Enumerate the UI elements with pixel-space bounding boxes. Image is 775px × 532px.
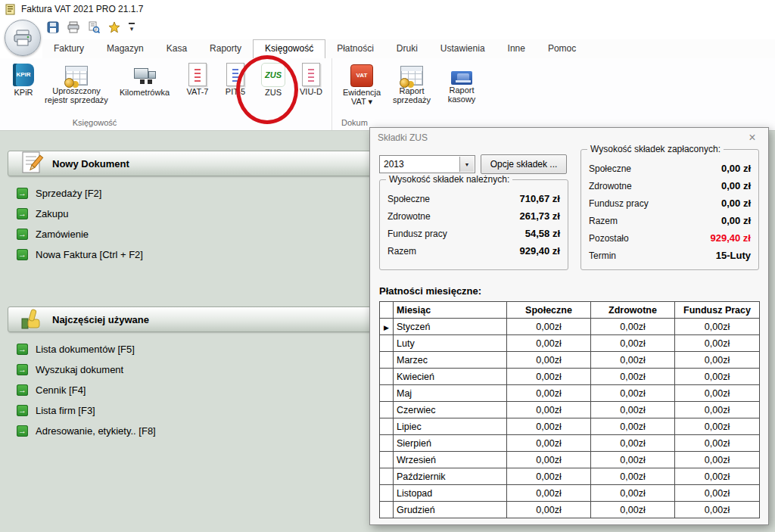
print-preview-icon[interactable] [88, 21, 100, 33]
print-icon[interactable] [67, 21, 79, 33]
ribbon-button[interactable]: VIU-D [292, 61, 330, 98]
table-row[interactable]: Sierpień 0,00zł 0,00zł 0,00zł [380, 435, 760, 452]
cell-spoleczne[interactable]: 0,00zł [507, 352, 591, 369]
row-selector[interactable] [380, 369, 394, 385]
column-header-zdrowotne[interactable]: Zdrowotne [591, 302, 675, 319]
cell-spoleczne[interactable]: 0,00zł [507, 369, 591, 385]
cell-zdrowotne[interactable]: 0,00zł [591, 435, 675, 452]
cell-month[interactable]: Listopad [394, 485, 507, 502]
cell-fundusz[interactable]: 0,00zł [675, 335, 760, 352]
row-selector[interactable] [380, 319, 394, 335]
ribbon-button[interactable]: ZUS ZUS [254, 61, 292, 98]
ribbon-tab[interactable]: Pomoc [537, 39, 587, 58]
ribbon-tab[interactable]: Faktury [42, 39, 95, 58]
save-icon[interactable] [47, 21, 59, 33]
cell-zdrowotne[interactable]: 0,00zł [591, 452, 675, 468]
ribbon-button[interactable]: Uproszczony rejestr sprzedaży [42, 61, 110, 106]
table-row[interactable]: Styczeń 0,00zł 0,00zł 0,00zł [380, 319, 760, 335]
cell-month[interactable]: Grudzień [394, 502, 507, 518]
cell-month[interactable]: Marzec [394, 352, 507, 369]
ribbon-button[interactable]: VAT Ewidencja VAT ▾ [337, 61, 387, 107]
ribbon-button[interactable]: Raport kasowy [437, 61, 487, 105]
row-selector[interactable] [380, 485, 394, 502]
ribbon-tab[interactable]: Raporty [198, 39, 253, 58]
cell-spoleczne[interactable]: 0,00zł [507, 502, 591, 518]
application-menu-button[interactable] [5, 20, 41, 56]
ribbon-button[interactable]: Kilometrówka [110, 61, 179, 98]
cell-month[interactable]: Czerwiec [394, 402, 507, 418]
column-header-month[interactable]: Miesiąc [394, 302, 507, 319]
ribbon-tab[interactable]: Płatności [325, 39, 385, 58]
cell-spoleczne[interactable]: 0,00zł [507, 335, 591, 352]
cell-spoleczne[interactable]: 0,00zł [507, 402, 591, 418]
cell-fundusz[interactable]: 0,00zł [675, 452, 760, 468]
ribbon-button[interactable]: KPiR KPiR [5, 61, 42, 98]
table-row[interactable]: Grudzień 0,00zł 0,00zł 0,00zł [380, 502, 760, 518]
cell-spoleczne[interactable]: 0,00zł [507, 385, 591, 402]
row-selector[interactable] [380, 502, 394, 518]
ribbon-tab[interactable]: Magazyn [95, 39, 155, 58]
cell-zdrowotne[interactable]: 0,00zł [591, 468, 675, 485]
row-selector[interactable] [380, 335, 394, 352]
cell-fundusz[interactable]: 0,00zł [675, 468, 760, 485]
cell-spoleczne[interactable]: 0,00zł [507, 418, 591, 435]
ribbon-tab[interactable]: Ustawienia [429, 39, 496, 58]
options-button[interactable]: Opcje składek ... [481, 154, 567, 174]
row-selector[interactable] [380, 452, 394, 468]
cell-spoleczne[interactable]: 0,00zł [507, 485, 591, 502]
column-header-fundusz[interactable]: Fundusz Pracy [675, 302, 760, 319]
table-row[interactable]: Marzec 0,00zł 0,00zł 0,00zł [380, 352, 760, 369]
cell-zdrowotne[interactable]: 0,00zł [591, 418, 675, 435]
row-selector[interactable] [380, 435, 394, 452]
cell-month[interactable]: Lipiec [394, 418, 507, 435]
table-row[interactable]: Październik 0,00zł 0,00zł 0,00zł [380, 468, 760, 485]
cell-zdrowotne[interactable]: 0,00zł [591, 335, 675, 352]
ribbon-button[interactable]: PIT-5 [216, 61, 254, 98]
cell-month[interactable]: Luty [394, 335, 507, 352]
close-icon[interactable]: × [744, 130, 761, 145]
column-header-spoleczne[interactable]: Społeczne [507, 302, 591, 319]
ribbon-tab[interactable]: Kasa [155, 39, 198, 58]
row-selector[interactable] [380, 385, 394, 402]
table-row[interactable]: Luty 0,00zł 0,00zł 0,00zł [380, 335, 760, 352]
cell-zdrowotne[interactable]: 0,00zł [591, 369, 675, 385]
cell-spoleczne[interactable]: 0,00zł [507, 468, 591, 485]
table-row[interactable]: Listopad 0,00zł 0,00zł 0,00zł [380, 485, 760, 502]
cell-month[interactable]: Wrzesień [394, 452, 507, 468]
cell-month[interactable]: Maj [394, 385, 507, 402]
ribbon-tab[interactable]: Księgowość [253, 39, 325, 59]
table-row[interactable]: Maj 0,00zł 0,00zł 0,00zł [380, 385, 760, 402]
cell-fundusz[interactable]: 0,00zł [675, 502, 760, 518]
cell-fundusz[interactable]: 0,00zł [675, 435, 760, 452]
table-row[interactable]: Wrzesień 0,00zł 0,00zł 0,00zł [380, 452, 760, 468]
cell-month[interactable]: Kwiecień [394, 369, 507, 385]
favorites-icon[interactable] [108, 21, 120, 33]
customize-toolbar-icon[interactable]: ▾ [129, 23, 135, 32]
cell-fundusz[interactable]: 0,00zł [675, 369, 760, 385]
row-selector[interactable] [380, 352, 394, 369]
cell-fundusz[interactable]: 0,00zł [675, 319, 760, 335]
cell-zdrowotne[interactable]: 0,00zł [591, 502, 675, 518]
row-selector[interactable] [380, 402, 394, 418]
cell-fundusz[interactable]: 0,00zł [675, 402, 760, 418]
cell-zdrowotne[interactable]: 0,00zł [591, 402, 675, 418]
ribbon-button[interactable]: VAT-7 [179, 61, 216, 98]
table-row[interactable]: Czerwiec 0,00zł 0,00zł 0,00zł [380, 402, 760, 418]
ribbon-tab[interactable]: Druki [385, 39, 429, 58]
table-row[interactable]: Kwiecień 0,00zł 0,00zł 0,00zł [380, 369, 760, 385]
cell-fundusz[interactable]: 0,00zł [675, 418, 760, 435]
row-selector[interactable] [380, 468, 394, 485]
cell-spoleczne[interactable]: 0,00zł [507, 452, 591, 468]
chevron-down-icon[interactable]: ▼ [459, 157, 474, 172]
cell-zdrowotne[interactable]: 0,00zł [591, 385, 675, 402]
ribbon-tab[interactable]: Inne [496, 39, 537, 58]
cell-fundusz[interactable]: 0,00zł [675, 485, 760, 502]
row-selector[interactable] [380, 418, 394, 435]
cell-zdrowotne[interactable]: 0,00zł [591, 319, 675, 335]
cell-spoleczne[interactable]: 0,00zł [507, 319, 591, 335]
cell-month[interactable]: Październik [394, 468, 507, 485]
cell-fundusz[interactable]: 0,00zł [675, 352, 760, 369]
table-row[interactable]: Lipiec 0,00zł 0,00zł 0,00zł [380, 418, 760, 435]
cell-month[interactable]: Sierpień [394, 435, 507, 452]
ribbon-button[interactable]: Raport sprzedaży [387, 61, 437, 106]
